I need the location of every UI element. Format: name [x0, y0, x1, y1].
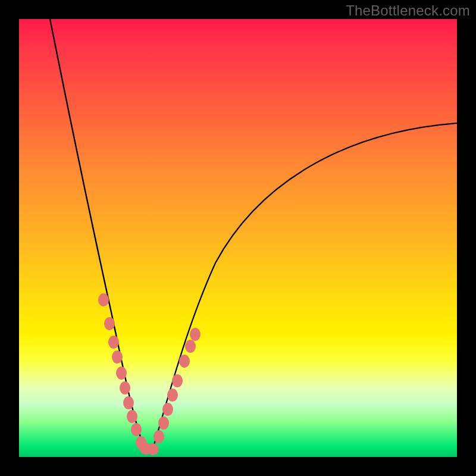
dot: [112, 350, 123, 364]
dot: [108, 336, 119, 349]
dot: [167, 389, 178, 402]
dot: [172, 374, 183, 387]
dot: [116, 367, 127, 380]
dot: [179, 355, 190, 368]
dot: [162, 403, 173, 416]
dot: [104, 317, 115, 330]
dot: [185, 340, 196, 353]
curve-left-branch: [50, 19, 144, 447]
watermark-text: TheBottleneck.com: [346, 2, 470, 19]
dot: [127, 410, 137, 423]
dot: [158, 416, 169, 430]
dot: [98, 293, 109, 306]
plot-area: [19, 19, 457, 457]
dot: [131, 423, 142, 436]
chart-frame: TheBottleneck.com: [0, 0, 476, 476]
dot: [147, 443, 159, 455]
dot: [154, 430, 164, 443]
curve-right-branch: [153, 123, 457, 449]
dot: [123, 396, 134, 409]
sample-dots-group: [98, 293, 201, 455]
dot: [120, 381, 130, 394]
bottleneck-curve: [19, 19, 457, 457]
dot: [190, 328, 201, 341]
